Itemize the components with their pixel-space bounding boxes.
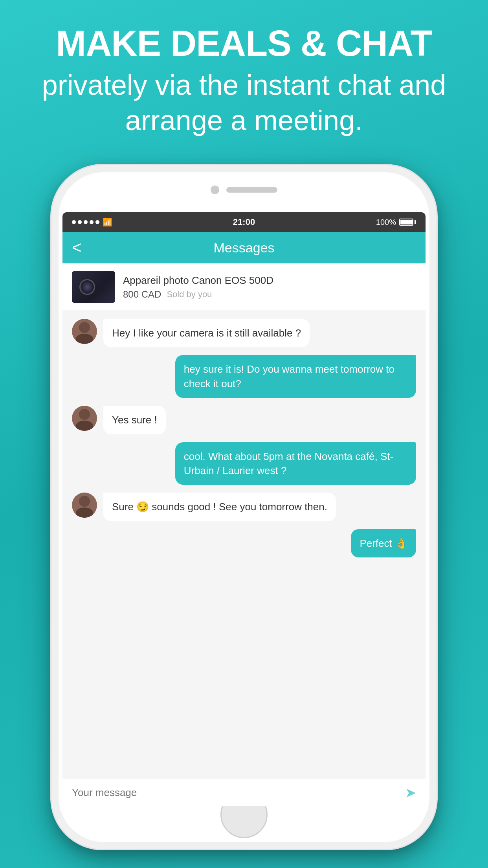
phone-device: 📶 21:00 100% < Messages xyxy=(51,165,437,849)
avatar xyxy=(72,319,97,344)
send-icon[interactable]: ➤ xyxy=(405,785,416,800)
message-bubble: cool. What about 5pm at the Novanta café… xyxy=(175,442,416,485)
message-bubble: Sure 😏 sounds good ! See you tomorrow th… xyxy=(103,493,336,521)
header-title: MAKE DEALS & CHAT xyxy=(31,24,457,63)
input-area: ➤ xyxy=(62,779,426,806)
avatar xyxy=(72,406,97,431)
signal-dot-2 xyxy=(78,220,82,224)
front-camera-dot xyxy=(211,186,219,194)
product-price-row: 800 CAD Sold by you xyxy=(123,289,416,300)
avatar-body xyxy=(76,421,93,431)
signal-dot-5 xyxy=(95,220,99,224)
message-row: Hey I like your camera is it still avail… xyxy=(72,319,416,347)
header-section: MAKE DEALS & CHAT privately via the inst… xyxy=(0,24,488,138)
battery-percent: 100% xyxy=(376,218,396,227)
signal-dot-4 xyxy=(90,220,94,224)
signal-dot-3 xyxy=(84,220,88,224)
chat-area: Hey I like your camera is it still avail… xyxy=(62,311,426,779)
message-bubble: Perfect 👌 xyxy=(351,529,416,557)
product-info: Appareil photo Canon EOS 500D 800 CAD So… xyxy=(123,274,416,300)
avatar-body xyxy=(76,334,93,344)
back-button[interactable]: < xyxy=(72,239,82,256)
avatar xyxy=(72,493,97,518)
wifi-icon: 📶 xyxy=(103,217,112,227)
avatar-head xyxy=(79,496,90,507)
message-input[interactable] xyxy=(72,787,399,799)
battery-bar xyxy=(399,219,413,226)
message-bubble: Hey I like your camera is it still avail… xyxy=(103,319,310,347)
speaker-bar xyxy=(226,187,277,193)
nav-title: Messages xyxy=(214,240,275,256)
battery-icon xyxy=(399,219,416,226)
product-name: Appareil photo Canon EOS 500D xyxy=(123,274,416,287)
status-bar: 📶 21:00 100% xyxy=(62,212,426,232)
camera-lens-visual xyxy=(79,279,95,295)
avatar-head xyxy=(79,322,90,333)
battery-fill xyxy=(400,220,413,224)
status-right: 100% xyxy=(376,218,416,227)
message-bubble: Yes sure ! xyxy=(103,406,166,434)
product-price: 800 CAD xyxy=(123,289,161,300)
message-row: Perfect 👌 xyxy=(72,529,416,557)
product-sold-badge: Sold by you xyxy=(167,289,212,300)
status-time: 21:00 xyxy=(233,217,255,227)
message-row: Sure 😏 sounds good ! See you tomorrow th… xyxy=(72,493,416,521)
phone-top-details xyxy=(211,186,277,194)
status-left: 📶 xyxy=(72,217,112,227)
message-row: hey sure it is! Do you wanna meet tomorr… xyxy=(72,355,416,398)
nav-bar: < Messages xyxy=(62,232,426,263)
phone-screen: 📶 21:00 100% < Messages xyxy=(62,212,426,806)
camera-body-visual xyxy=(72,271,115,303)
product-image xyxy=(72,271,115,303)
header-subtitle: privately via the instant chat and arran… xyxy=(31,67,457,138)
avatar-body xyxy=(76,508,93,518)
battery-tip xyxy=(415,220,416,224)
signal-dot-1 xyxy=(72,220,76,224)
product-card[interactable]: Appareil photo Canon EOS 500D 800 CAD So… xyxy=(62,263,426,311)
avatar-head xyxy=(79,409,90,420)
message-bubble: hey sure it is! Do you wanna meet tomorr… xyxy=(175,355,416,398)
signal-dots xyxy=(72,220,99,224)
screen-content: 📶 21:00 100% < Messages xyxy=(62,212,426,806)
message-row: cool. What about 5pm at the Novanta café… xyxy=(72,442,416,485)
message-row: Yes sure ! xyxy=(72,406,416,434)
